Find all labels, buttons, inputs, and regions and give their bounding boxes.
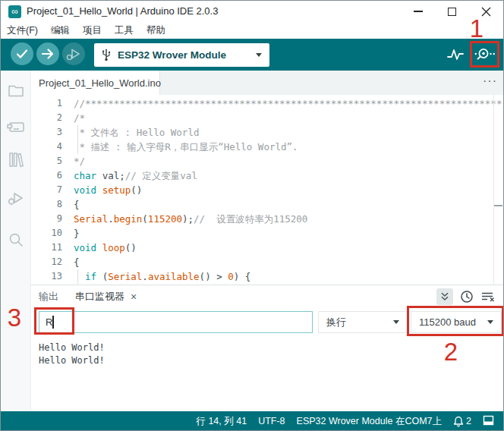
- code-text: * 文件名 : Hello World: [74, 125, 199, 140]
- check-icon: [11, 42, 33, 65]
- tab-output[interactable]: 输出: [39, 290, 58, 304]
- line-number: 10: [31, 226, 74, 241]
- line-number: 8: [31, 197, 74, 212]
- encoding-label[interactable]: UTF-8: [258, 416, 285, 426]
- clear-output-button[interactable]: [480, 290, 496, 304]
- sketchbook-folder-icon[interactable]: [7, 81, 25, 99]
- code-line: 5*/: [31, 154, 503, 168]
- tab-sketch-file[interactable]: Project_01_Hello_World.ino: [31, 71, 160, 95]
- line-number: 4: [31, 140, 74, 154]
- code-text: Serial.begin(115200);// 设置波特率为115200: [74, 212, 307, 226]
- annotation-number-3: 3: [2, 303, 27, 333]
- chevron-down-icon: [393, 320, 399, 324]
- annotation-number-1: 1: [465, 16, 489, 42]
- code-text: void loop(): [74, 241, 137, 255]
- code-text: * 描述 : 输入字母R，串口显示“Hello World”.: [74, 140, 298, 154]
- code-line: 13 if (Serial.available() > 0) {: [31, 269, 503, 284]
- notifications-button[interactable]: 2: [453, 416, 471, 427]
- serial-plotter-button[interactable]: [446, 45, 465, 68]
- code-text: */: [74, 154, 85, 168]
- code-text: }: [74, 226, 80, 241]
- menu-tools[interactable]: 工具: [115, 24, 134, 37]
- library-manager-icon[interactable]: [7, 150, 25, 170]
- usb-icon: [101, 49, 112, 61]
- scrollbar-cursor-mark: [494, 205, 502, 206]
- code-line: 10}: [31, 226, 503, 241]
- arrow-right-icon: [36, 42, 59, 65]
- line-number: 11: [31, 241, 74, 255]
- minimize-icon: [414, 11, 423, 12]
- menu-file[interactable]: 文件(F): [7, 24, 38, 37]
- line-ending-dropdown[interactable]: 换行: [318, 311, 408, 333]
- annotation-number-2: 2: [439, 337, 463, 367]
- panel-layout-icon: [483, 415, 494, 426]
- code-text: char val;// 定义变量val: [74, 168, 197, 183]
- upload-button[interactable]: [36, 42, 59, 65]
- toggle-autoscroll-button[interactable]: [436, 288, 453, 305]
- serial-message-input[interactable]: [39, 311, 313, 333]
- code-text: void setup(): [74, 183, 142, 197]
- cursor-position[interactable]: 行 14, 列 41: [196, 415, 247, 428]
- verify-button[interactable]: [11, 42, 33, 65]
- menu-sketch[interactable]: 项目: [83, 24, 102, 37]
- serial-output-area[interactable]: Hello World!Hello World!: [31, 338, 503, 367]
- code-text: if (Serial.available() > 0) {: [74, 269, 250, 284]
- toggle-panel-button[interactable]: [483, 415, 494, 428]
- serial-output-line: Hello World!: [39, 341, 503, 354]
- close-tab-icon[interactable]: ×: [131, 291, 137, 302]
- code-line: 4 * 描述 : 输入字母R，串口显示“Hello World”.: [31, 140, 503, 154]
- arduino-ide-window: ∞ Project_01_Hello_World | Arduino IDE 2…: [0, 0, 504, 431]
- menu-edit[interactable]: 编辑: [51, 24, 70, 37]
- titlebar: ∞ Project_01_Hello_World | Arduino IDE 2…: [1, 1, 503, 22]
- line-number: 9: [31, 212, 74, 226]
- debug-button[interactable]: [62, 42, 85, 65]
- code-line: 3 * 文件名 : Hello World: [31, 125, 503, 140]
- tab-more-menu[interactable]: ···: [483, 71, 497, 95]
- clock-icon: [460, 290, 474, 304]
- tab-label: Project_01_Hello_World.ino: [39, 77, 161, 89]
- code-line: 11void loop(): [31, 241, 503, 255]
- serial-output-line: Hello World!: [39, 354, 503, 367]
- debug-sidebar-icon[interactable]: [6, 188, 26, 208]
- code-line: 7void setup(): [31, 183, 503, 197]
- line-ending-value: 换行: [326, 316, 393, 329]
- code-line: 1//*************************************…: [31, 96, 503, 111]
- window-title: Project_01_Hello_World | Arduino IDE 2.0…: [27, 1, 218, 22]
- annotation-box-input: [34, 307, 74, 335]
- line-number: 2: [31, 111, 74, 125]
- line-number: 6: [31, 168, 74, 183]
- code-line: 12{: [31, 255, 503, 269]
- double-chevron-down-icon: [439, 291, 451, 303]
- search-icon[interactable]: [7, 231, 25, 249]
- code-text: {: [74, 255, 80, 269]
- boards-manager-icon[interactable]: [6, 118, 26, 136]
- board-port-status[interactable]: ESP32 Wrover Module 在COM7上: [297, 415, 443, 428]
- minimize-button[interactable]: [401, 1, 435, 22]
- clear-output-icon: [480, 290, 496, 304]
- line-number: 5: [31, 154, 74, 168]
- code-text: {: [74, 197, 80, 212]
- serial-plotter-icon: [446, 45, 465, 64]
- arduino-logo-icon: ∞: [8, 5, 21, 18]
- maximize-icon: [448, 8, 456, 16]
- selected-board-label: ESP32 Wrover Module: [118, 49, 256, 61]
- line-number: 3: [31, 125, 74, 140]
- tab-serial-monitor[interactable]: 串口监视器 ×: [75, 290, 137, 304]
- code-editor[interactable]: 1//*************************************…: [31, 95, 503, 285]
- panel-tabbar: 输出 串口监视器 ×: [31, 285, 503, 308]
- code-line: 6char val;// 定义变量val: [31, 168, 503, 183]
- line-number: 13: [31, 269, 74, 284]
- timestamp-button[interactable]: [460, 290, 474, 304]
- code-line: 9Serial.begin(115200);// 设置波特率为115200: [31, 212, 503, 226]
- serial-monitor-tab-label: 串口监视器: [75, 290, 124, 304]
- chevron-down-icon: [256, 53, 262, 57]
- notification-count: 2: [466, 416, 471, 426]
- line-number: 12: [31, 255, 74, 269]
- menu-help[interactable]: 帮助: [146, 24, 165, 37]
- bottom-panel: 输出 串口监视器 ×: [31, 285, 503, 411]
- code-line: 2/*: [31, 111, 503, 125]
- line-number: 1: [31, 96, 74, 111]
- code-text: //**************************************…: [74, 96, 503, 111]
- board-selector[interactable]: ESP32 Wrover Module: [94, 43, 269, 67]
- editor-scrollbar[interactable]: [493, 95, 494, 285]
